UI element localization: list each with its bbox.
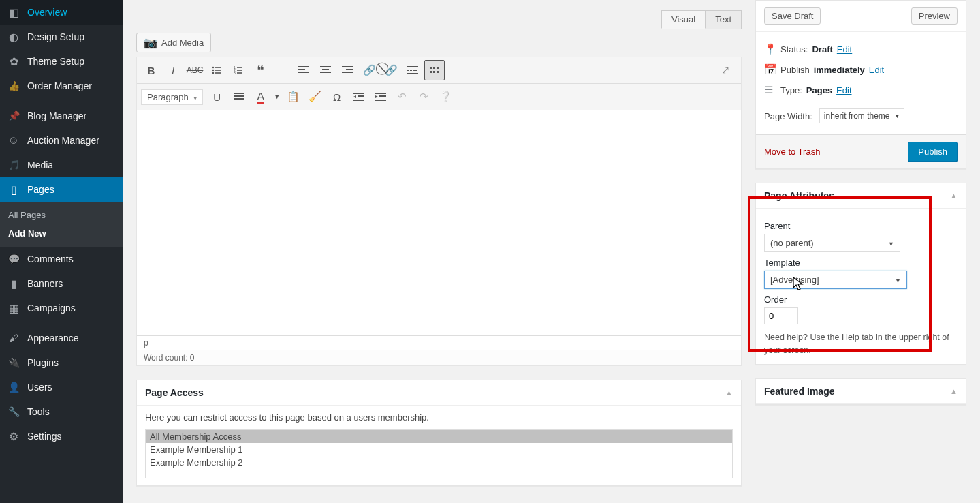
sidebar-item-label: Plugins [27,357,59,368]
sidebar-item-auction-manager[interactable]: Auction Manager [0,128,123,153]
edit-publish-link[interactable]: Edit [869,65,884,75]
featured-image-title: Featured Image [764,386,834,397]
align-justify-button[interactable] [229,87,249,107]
type-label: Type: [780,85,802,95]
strikethrough-button[interactable]: ABC [185,60,205,80]
content-editor: B I ABC 123 ❝ — 🔗 [136,57,742,366]
tab-visual[interactable]: Visual [661,10,706,29]
sidebar-item-banners[interactable]: Banners [0,271,123,296]
numbered-list-button[interactable]: 123 [228,60,249,80]
sidebar-item-theme-setup[interactable]: Theme Setup [0,49,123,74]
align-left-button[interactable] [294,60,314,80]
order-icon [7,79,20,93]
preview-button[interactable]: Preview [911,7,958,25]
indent-button[interactable] [370,87,391,107]
svg-rect-11 [237,72,242,74]
text-color-dropdown-button[interactable]: ▼ [272,87,282,107]
svg-rect-16 [322,69,329,70]
collapse-toggle[interactable]: ▲ [950,192,958,200]
sidebar-item-comments[interactable]: Comments [0,247,123,271]
sidebar-item-overview[interactable]: Overview [0,0,123,25]
sidebar-item-design-setup[interactable]: Design Setup [0,25,123,49]
svg-rect-30 [437,67,439,69]
page-access-description: Here you can restrict access to this pag… [145,412,733,423]
submenu-add-new[interactable]: Add New [0,224,123,243]
page-width-select[interactable]: inherit from theme [819,108,904,123]
svg-rect-22 [407,70,409,71]
element-path: p [137,335,741,350]
undo-button[interactable]: ↶ [392,87,413,107]
bullet-list-button[interactable] [206,60,227,80]
clear-formatting-button[interactable]: 🧹 [305,87,326,107]
sidebar-item-label: Campaigns [27,303,76,314]
sidebar-item-plugins[interactable]: Plugins [0,350,123,375]
status-label: Status: [780,44,808,55]
auction-icon [7,134,20,147]
special-char-button[interactable]: Ω [327,87,347,107]
move-to-trash-link[interactable]: Move to Trash [764,147,820,157]
membership-option[interactable]: Example Membership 1 [146,443,732,456]
submenu-all-pages[interactable]: All Pages [0,206,123,224]
content-textarea[interactable] [137,110,741,335]
sidebar-item-campaigns[interactable]: Campaigns [0,296,123,320]
redo-button[interactable]: ↷ [414,87,434,107]
fullscreen-button[interactable]: ⤢ [715,60,736,80]
collapse-toggle[interactable]: ▲ [725,388,733,397]
order-input[interactable] [764,307,798,324]
svg-marker-42 [375,95,378,98]
sidebar-item-label: Media [27,159,53,170]
svg-rect-43 [379,95,386,97]
read-more-button[interactable] [402,60,423,80]
underline-button[interactable]: U [207,87,227,107]
svg-point-4 [212,72,214,74]
tools-icon [7,405,20,418]
sidebar-item-label: Settings [27,431,62,442]
outdent-button[interactable] [349,87,369,107]
sidebar-item-tools[interactable]: Tools [0,399,123,424]
sidebar-item-users[interactable]: Users [0,375,123,399]
blockquote-button[interactable]: ❝ [250,60,270,80]
sidebar-item-settings[interactable]: Settings [0,424,123,448]
horizontal-rule-button[interactable]: — [272,60,292,80]
toolbar-toggle-button[interactable] [424,60,445,80]
sidebar-item-appearance[interactable]: Appearance [0,326,123,350]
membership-select[interactable]: All Membership Access Example Membership… [145,429,733,478]
sidebar-item-label: Blog Manager [27,110,86,121]
format-select[interactable]: Paragraph [141,89,203,105]
sidebar-submenu-pages: All Pages Add New [0,202,123,247]
publish-value: immediately [814,65,865,75]
svg-rect-33 [437,71,439,73]
paste-text-button[interactable]: 📋 [283,87,304,107]
save-draft-button[interactable]: Save Draft [764,7,821,25]
sidebar-item-pages[interactable]: Pages [0,177,123,202]
align-center-button[interactable] [315,60,336,80]
add-media-button[interactable]: 📷 Add Media [136,33,211,52]
align-right-button[interactable] [337,60,358,80]
unlink-button[interactable]: 🔗⃠ [381,60,401,80]
sidebar-item-order-manager[interactable]: Order Manager [0,74,123,98]
tab-text[interactable]: Text [705,10,742,29]
template-select[interactable]: [Advertising] [764,271,907,289]
edit-status-link[interactable]: Edit [837,44,852,55]
page-attributes-box: Page Attributes ▲ Parent (no parent) Tem… [755,183,966,365]
collapse-toggle[interactable]: ▲ [950,387,958,395]
text-color-button[interactable]: A [251,87,271,107]
sidebar-item-label: Tools [27,406,50,417]
italic-button[interactable]: I [163,60,183,80]
comments-icon [7,252,20,266]
bold-button[interactable]: B [141,60,161,80]
parent-label: Parent [764,221,958,231]
theme-icon [7,55,20,68]
help-button[interactable]: ❔ [436,87,456,107]
svg-rect-35 [234,95,244,97]
sidebar-item-blog-manager[interactable]: Blog Manager [0,104,123,128]
parent-select[interactable]: (no parent) [764,234,900,252]
plugins-icon [7,356,20,369]
membership-option[interactable]: All Membership Access [146,430,732,443]
link-button[interactable]: 🔗 [359,60,379,80]
membership-option[interactable]: Example Membership 2 [146,456,732,469]
publish-button[interactable]: Publish [908,142,958,162]
sidebar-item-media[interactable]: Media [0,153,123,177]
edit-type-link[interactable]: Edit [836,85,851,95]
admin-sidebar: Overview Design Setup Theme Setup Order … [0,0,123,503]
